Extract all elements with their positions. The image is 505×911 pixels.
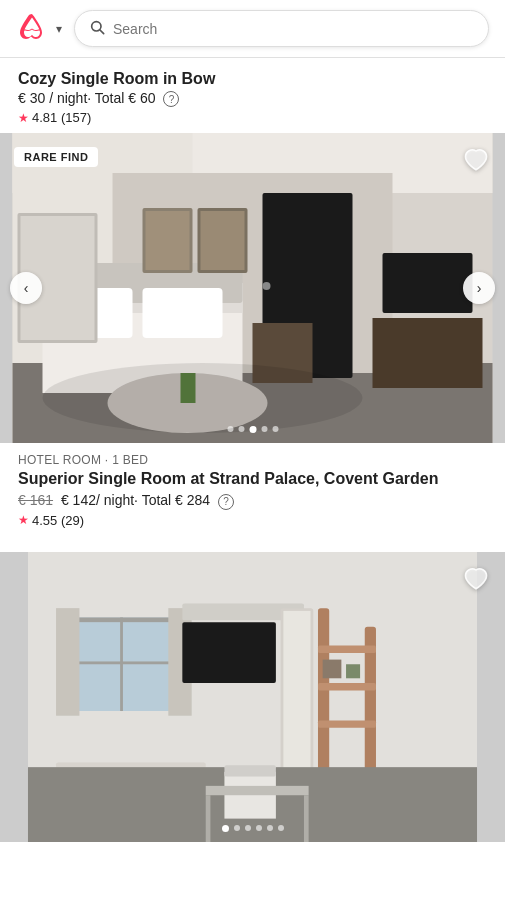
search-bar[interactable] bbox=[74, 10, 489, 47]
dot-1-3[interactable] bbox=[249, 426, 256, 433]
dot-1-1[interactable] bbox=[227, 426, 233, 432]
svg-rect-50 bbox=[206, 795, 211, 842]
prev-image-button-1[interactable]: ‹ bbox=[10, 272, 42, 304]
dot-1-4[interactable] bbox=[261, 426, 267, 432]
wishlist-button-2[interactable] bbox=[459, 562, 493, 599]
top-listing-price-per-night: € 30 / night bbox=[18, 90, 87, 106]
dot-2-3[interactable] bbox=[245, 825, 251, 831]
listing-card-1-rating-value: 4.55 bbox=[32, 513, 57, 528]
top-listing-title: Cozy Single Room in Bow bbox=[18, 70, 487, 88]
listing-card-1-info: HOTEL ROOM · 1 BED Superior Single Room … bbox=[0, 443, 505, 535]
dot-2-6[interactable] bbox=[278, 825, 284, 831]
top-listing-total: Total € 60 bbox=[95, 90, 156, 106]
dot-2-1[interactable] bbox=[222, 825, 229, 832]
listing-card-1-star-icon: ★ bbox=[18, 513, 29, 527]
search-icon bbox=[89, 19, 105, 38]
listing-card-2-image[interactable] bbox=[0, 552, 505, 842]
svg-rect-41 bbox=[318, 645, 376, 652]
svg-rect-17 bbox=[201, 211, 245, 270]
wishlist-button-1[interactable] bbox=[459, 143, 493, 180]
svg-line-1 bbox=[100, 30, 104, 34]
svg-rect-35 bbox=[182, 622, 276, 683]
svg-rect-49 bbox=[206, 785, 309, 794]
header-chevron-icon[interactable]: ▾ bbox=[56, 22, 62, 36]
svg-rect-52 bbox=[323, 659, 342, 678]
top-listing-info: Cozy Single Room in Bow € 30 / night· To… bbox=[0, 58, 505, 133]
listing-card-1-total: Total € 284 bbox=[142, 492, 211, 508]
dot-2-2[interactable] bbox=[234, 825, 240, 831]
svg-rect-51 bbox=[304, 795, 309, 842]
dot-2-4[interactable] bbox=[256, 825, 262, 831]
svg-rect-45 bbox=[283, 611, 310, 778]
svg-rect-47 bbox=[224, 771, 275, 818]
svg-rect-33 bbox=[56, 608, 79, 716]
header: ▾ bbox=[0, 0, 505, 58]
chevron-left-icon: ‹ bbox=[24, 280, 29, 296]
svg-point-23 bbox=[43, 363, 363, 433]
image-dots-1 bbox=[227, 426, 278, 433]
image-dots-2 bbox=[222, 825, 284, 832]
dot-2-5[interactable] bbox=[267, 825, 273, 831]
dot-1-5[interactable] bbox=[272, 426, 278, 432]
next-image-button-1[interactable]: › bbox=[463, 272, 495, 304]
listing-card-1-rating: ★ 4.55 (29) bbox=[18, 513, 487, 528]
top-listing-rating-value: 4.81 bbox=[32, 110, 57, 125]
listing-card-1-discounted-price: € 142/ night bbox=[61, 492, 134, 508]
top-listing-star-icon: ★ bbox=[18, 111, 29, 125]
listing-card-1-price: € 161 € 142/ night· Total € 284 ? bbox=[18, 492, 487, 509]
listing-card-1-review-count: (29) bbox=[57, 513, 84, 528]
top-listing-rating: ★ 4.81 (157) bbox=[18, 110, 487, 125]
svg-rect-13 bbox=[143, 288, 223, 338]
top-listing-price: € 30 / night· Total € 60 ? bbox=[18, 90, 487, 107]
svg-rect-53 bbox=[346, 664, 360, 678]
chevron-right-icon: › bbox=[477, 280, 482, 296]
svg-rect-19 bbox=[373, 318, 483, 388]
svg-point-8 bbox=[263, 282, 271, 290]
rare-find-badge: RARE FIND bbox=[14, 147, 98, 167]
listing-card-1-title: Superior Single Room at Strand Palace, C… bbox=[18, 470, 487, 488]
top-listing-review-count: (157) bbox=[57, 110, 91, 125]
listing-card-1-type: HOTEL ROOM · 1 BED bbox=[18, 453, 487, 467]
svg-rect-42 bbox=[318, 683, 376, 690]
listing-card-1-image[interactable]: RARE FIND ‹ › bbox=[0, 133, 505, 443]
airbnb-logo[interactable] bbox=[16, 13, 48, 45]
top-listing-help-icon[interactable]: ? bbox=[163, 91, 179, 107]
dot-1-2[interactable] bbox=[238, 426, 244, 432]
listing-card-2 bbox=[0, 552, 505, 842]
listing-card-1-help-icon[interactable]: ? bbox=[218, 494, 234, 510]
svg-rect-16 bbox=[146, 211, 190, 270]
svg-rect-43 bbox=[318, 720, 376, 727]
listing-card-1: RARE FIND ‹ › HOTEL ROOM · 1 BED Superio… bbox=[0, 133, 505, 535]
listing-card-1-original-price: € 161 bbox=[18, 492, 53, 508]
search-input[interactable] bbox=[113, 21, 474, 37]
svg-rect-48 bbox=[224, 765, 275, 776]
svg-rect-18 bbox=[383, 253, 473, 313]
